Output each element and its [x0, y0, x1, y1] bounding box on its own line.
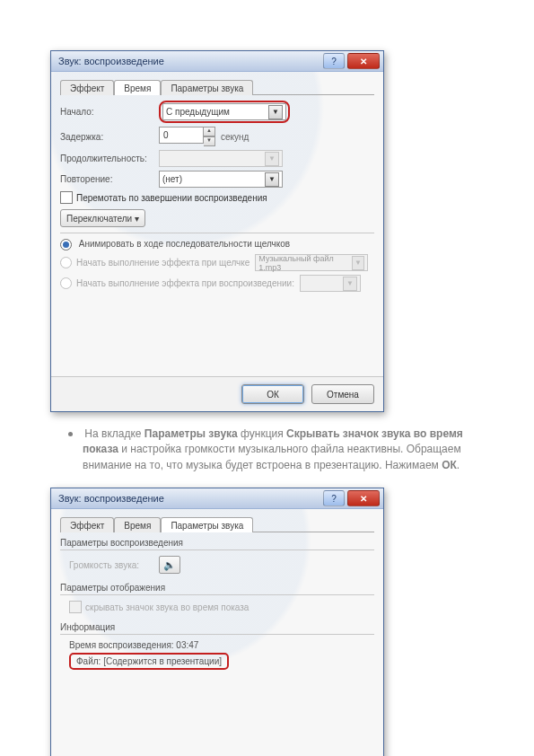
tabrow: Эффект Время Параметры звука: [60, 516, 374, 532]
repeat-value: (нет): [162, 174, 182, 184]
hide-icon-checkbox: [69, 601, 82, 613]
label-repeat: Повторение:: [60, 174, 159, 184]
rewind-label: Перемотать по завершении воспроизведения: [76, 193, 267, 203]
start-value: С предыдущим: [166, 107, 230, 117]
delay-value: 0: [159, 127, 204, 144]
chevron-down-icon: ▼: [343, 277, 357, 291]
duration-dropdown: ▼: [159, 150, 283, 167]
tab-time[interactable]: Время: [114, 517, 161, 532]
onclick-file-value: Музыкальный файл 1.mp3: [258, 254, 348, 272]
bullet-b3: ОК: [442, 459, 457, 471]
group-display: Параметры отображения: [60, 583, 374, 593]
delay-spinner[interactable]: 0 ▲▼: [159, 127, 215, 146]
group-playback: Параметры воспроизведения: [60, 538, 374, 548]
close-button[interactable]: ✕: [347, 53, 380, 69]
opt-sequence-label: Анимировать в ходе последовательности ще…: [79, 239, 290, 249]
bullet-dot-icon: [68, 432, 73, 436]
tab-sound-params[interactable]: Параметры звука: [161, 80, 253, 95]
window-title: Звук: воспроизведение: [58, 56, 323, 66]
tab-effect[interactable]: Эффект: [60, 80, 114, 95]
bullet-t4: .: [457, 459, 460, 471]
spin-down-icon[interactable]: ▼: [204, 136, 215, 146]
radio-onclick: [60, 257, 72, 268]
label-start: Начало:: [60, 107, 159, 117]
file-label: Файл:: [76, 656, 103, 666]
volume-button: 🔈: [159, 556, 180, 574]
chevron-down-icon: ▼: [265, 172, 279, 187]
playtime-value: 03:47: [176, 640, 198, 650]
bullet-t2: функция: [238, 427, 286, 440]
radio-onplay: [60, 277, 72, 289]
onclick-file-dropdown: Музыкальный файл 1.mp3 ▼: [255, 254, 368, 271]
doc-bullet: На вкладке Параметры звука функция Скрыв…: [83, 426, 484, 473]
bullet-t1: На вкладке: [84, 427, 144, 440]
seconds-label: секунд: [221, 132, 249, 142]
tabrow: Эффект Время Параметры звука: [60, 79, 374, 95]
file-highlight: Файл: [Содержится в презентации]: [69, 653, 229, 670]
switches-button[interactable]: Переключатели ▾: [60, 209, 145, 227]
playtime-row: Время воспроизведения: 03:47: [69, 640, 374, 650]
bullet-b1: Параметры звука: [144, 427, 238, 440]
tab-effect[interactable]: Эффект: [60, 517, 114, 532]
start-dropdown[interactable]: С предыдущим ▼: [162, 103, 286, 120]
help-button[interactable]: ?: [323, 490, 345, 506]
tab-sound-params[interactable]: Параметры звука: [161, 517, 253, 532]
close-button[interactable]: ✕: [347, 490, 380, 506]
titlebar[interactable]: Звук: воспроизведение ? ✕: [51, 51, 383, 72]
titlebar[interactable]: Звук: воспроизведение ? ✕: [51, 488, 383, 509]
radio-sequence[interactable]: [60, 239, 72, 251]
volume-label: Громкость звука:: [69, 560, 159, 570]
opt-onclick-label: Начать выполнение эффекта при щелчке: [76, 258, 249, 268]
file-value: [Содержится в презентации]: [103, 656, 222, 666]
dialog-sound-params: Звук: воспроизведение ? ✕ Эффект Время П…: [50, 488, 384, 756]
repeat-dropdown[interactable]: (нет) ▼: [159, 171, 283, 188]
chevron-down-icon: ▼: [265, 152, 279, 166]
hide-icon-label: скрывать значок звука во время показа: [85, 602, 249, 612]
speaker-icon: 🔈: [163, 559, 176, 571]
help-button[interactable]: ?: [323, 53, 345, 69]
ok-button[interactable]: ОК: [241, 384, 304, 404]
tab-time[interactable]: Время: [114, 80, 161, 95]
group-info: Информация: [60, 622, 374, 632]
chevron-down-icon: ▼: [352, 256, 365, 270]
playtime-label: Время воспроизведения:: [69, 640, 176, 650]
onplay-dropdown: ▼: [300, 275, 361, 292]
spin-up-icon[interactable]: ▲: [204, 127, 215, 136]
start-highlight: С предыдущим ▼: [159, 101, 290, 123]
dialog-sound-time: Звук: воспроизведение ? ✕ Эффект Время П…: [50, 50, 384, 412]
bullet-t3: и настройка громкости музыкального файла…: [83, 443, 461, 470]
label-duration: Продолжительность:: [60, 154, 159, 163]
label-delay: Задержка:: [60, 132, 159, 142]
rewind-checkbox[interactable]: [60, 191, 73, 204]
window-title: Звук: воспроизведение: [58, 493, 323, 504]
cancel-button[interactable]: Отмена: [311, 384, 374, 404]
opt-onplay-label: Начать выполнение эффекта при воспроизве…: [76, 278, 294, 288]
chevron-down-icon: ▼: [268, 105, 283, 119]
